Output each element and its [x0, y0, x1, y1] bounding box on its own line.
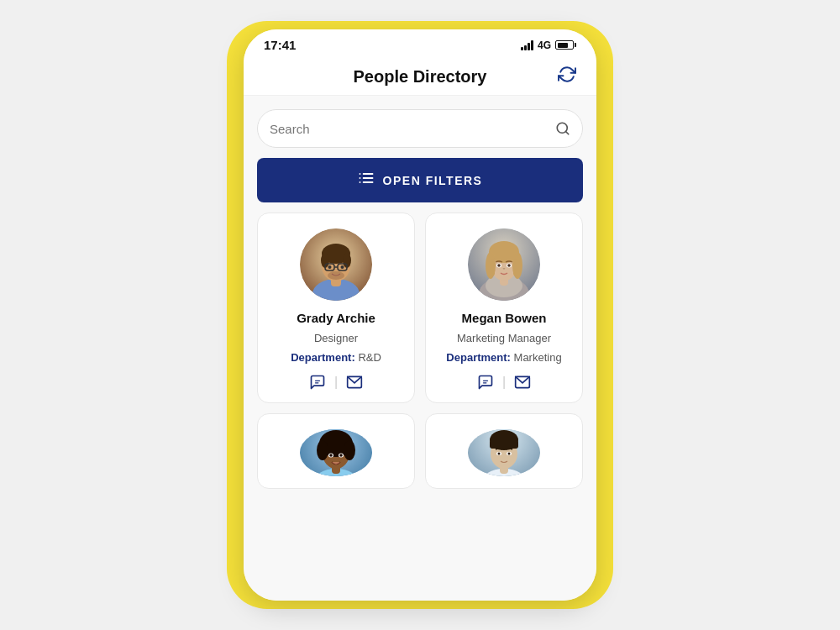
outer-background: 17:41 4G People Directory: [227, 21, 613, 609]
chat-button-grady[interactable]: [309, 374, 326, 391]
page-header: People Directory: [244, 57, 596, 96]
filter-list-icon: [358, 170, 375, 191]
svg-point-63: [498, 453, 501, 455]
email-icon-megan: [514, 374, 531, 391]
svg-point-54: [339, 454, 343, 457]
email-button-megan[interactable]: [514, 374, 531, 391]
content-area: OPEN FILTERS: [244, 96, 596, 601]
people-grid: Grady Archie Designer Department: R&D: [257, 213, 583, 489]
card-actions-megan: |: [477, 374, 531, 391]
status-icons: 4G: [521, 39, 576, 51]
person-role-grady: Designer: [314, 332, 358, 344]
filter-button-label: OPEN FILTERS: [383, 174, 483, 187]
chat-button-megan[interactable]: [477, 374, 494, 391]
svg-point-20: [341, 265, 344, 269]
person-card-grady-archie: Grady Archie Designer Department: R&D: [257, 213, 415, 403]
dept-value-megan: Marketing: [514, 351, 562, 364]
svg-point-37: [497, 264, 501, 267]
refresh-icon: [558, 65, 576, 83]
battery-icon: [555, 40, 576, 50]
refresh-button[interactable]: [558, 65, 576, 87]
battery-body: [555, 40, 574, 50]
signal-bar-2: [524, 45, 527, 50]
avatar-svg-grady: [300, 228, 372, 301]
email-icon-grady: [346, 374, 363, 391]
phone-frame: 17:41 4G People Directory: [244, 29, 596, 601]
open-filters-button[interactable]: OPEN FILTERS: [257, 158, 583, 202]
avatar-partial-right: [468, 429, 540, 476]
status-bar: 17:41 4G: [244, 29, 596, 57]
battery-fill: [558, 43, 569, 48]
signal-icon: [521, 40, 533, 50]
avatar-grady-archie: [300, 228, 372, 301]
person-name-grady: Grady Archie: [297, 311, 375, 325]
svg-rect-35: [513, 259, 518, 276]
search-button[interactable]: [555, 121, 570, 136]
person-card-megan-bowen: Megan Bowen Marketing Manager Department…: [425, 213, 583, 403]
svg-point-49: [317, 440, 328, 460]
person-card-partial-left: [257, 413, 415, 489]
search-icon: [555, 121, 570, 136]
avatar-partial-left: [300, 429, 372, 476]
dept-label-megan: Department:: [446, 351, 511, 364]
person-card-partial-right: [425, 413, 583, 489]
status-time: 17:41: [264, 38, 296, 52]
svg-point-19: [328, 265, 332, 269]
svg-point-52: [329, 454, 333, 457]
battery-tip: [575, 43, 576, 47]
page-title: People Directory: [354, 67, 487, 87]
search-container: [257, 109, 583, 148]
search-input[interactable]: [270, 122, 555, 136]
divider-megan: |: [502, 375, 506, 390]
signal-bar-3: [528, 43, 530, 50]
network-label: 4G: [538, 39, 551, 51]
svg-point-50: [344, 440, 355, 460]
svg-line-1: [565, 131, 568, 134]
email-button-grady[interactable]: [346, 374, 363, 391]
divider-grady: |: [334, 375, 338, 390]
avatar-svg-p3: [300, 429, 372, 476]
chat-icon-megan: [477, 374, 494, 391]
person-name-megan: Megan Bowen: [462, 311, 547, 325]
person-dept-grady: Department: R&D: [291, 351, 381, 364]
svg-point-39: [507, 264, 511, 267]
dept-value-grady: R&D: [358, 351, 381, 364]
filter-icon-svg: [358, 170, 375, 186]
signal-bar-1: [521, 47, 523, 50]
card-actions-grady: |: [309, 374, 363, 391]
signal-bar-4: [531, 40, 533, 50]
avatar-megan-bowen: [468, 228, 540, 301]
avatar-svg-megan: [468, 228, 540, 301]
person-dept-megan: Department: Marketing: [446, 351, 561, 364]
dept-label-grady: Department:: [291, 351, 355, 364]
chat-icon-grady: [309, 374, 326, 391]
svg-rect-61: [490, 440, 518, 449]
svg-rect-34: [490, 259, 495, 276]
person-role-megan: Marketing Manager: [457, 332, 551, 344]
svg-point-65: [508, 453, 511, 455]
avatar-svg-p4: [468, 429, 540, 476]
